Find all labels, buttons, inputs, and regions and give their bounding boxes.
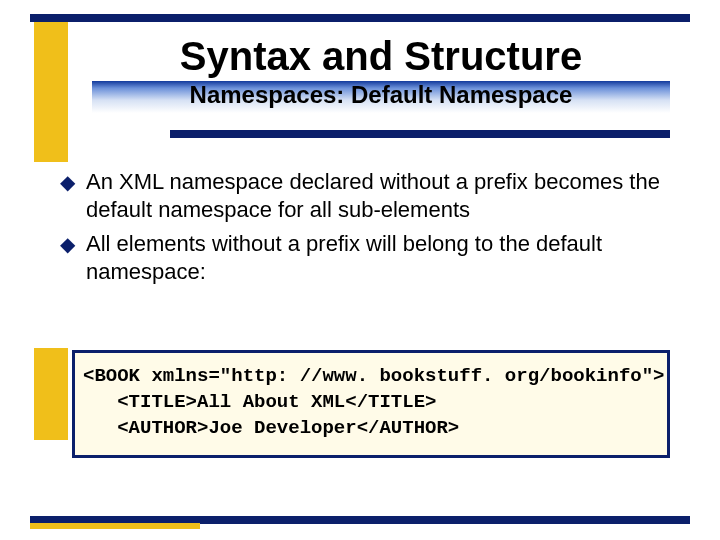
code-line: <BOOK xmlns="http: //www. bookstuff. org… xyxy=(83,365,665,387)
gold-side-bar-code xyxy=(34,348,68,440)
title-block: Syntax and Structure Namespaces: Default… xyxy=(92,34,670,113)
bottom-gold-accent xyxy=(30,523,200,529)
subtitle-underline xyxy=(170,130,670,138)
bullet-icon: ◆ xyxy=(60,168,86,196)
bullet-item: ◆ All elements without a prefix will bel… xyxy=(60,230,676,286)
bullet-item: ◆ An XML namespace declared without a pr… xyxy=(60,168,676,224)
subtitle-band: Namespaces: Default Namespace xyxy=(92,81,670,113)
gold-side-bar-top xyxy=(34,22,68,162)
slide-subtitle: Namespaces: Default Namespace xyxy=(92,81,670,109)
code-example: <BOOK xmlns="http: //www. bookstuff. org… xyxy=(72,350,670,458)
code-line: <AUTHOR>Joe Developer</AUTHOR> xyxy=(83,417,459,439)
bullet-icon: ◆ xyxy=(60,230,86,258)
slide-title: Syntax and Structure xyxy=(92,34,670,79)
bullet-text: An XML namespace declared without a pref… xyxy=(86,168,676,224)
top-rule xyxy=(30,14,690,22)
bullet-text: All elements without a prefix will belon… xyxy=(86,230,676,286)
code-line: <TITLE>All About XML</TITLE> xyxy=(83,391,436,413)
content-area: ◆ An XML namespace declared without a pr… xyxy=(60,168,676,292)
